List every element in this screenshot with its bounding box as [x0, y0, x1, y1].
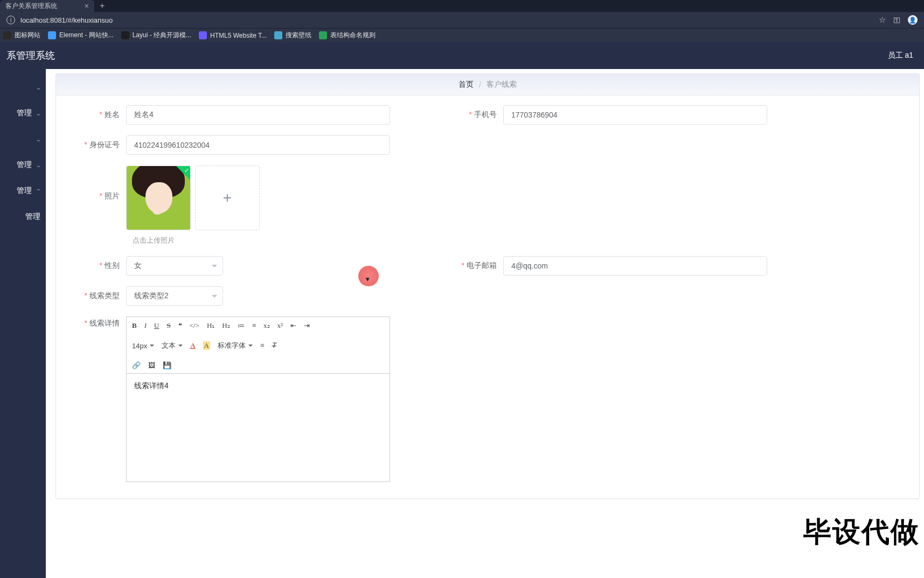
sidebar: ⌄ 管理⌄ ⌄ 管理⌄ 管理⌃ 管理	[0, 69, 46, 578]
sidebar-item[interactable]: 管理	[0, 204, 46, 230]
bg-color-icon[interactable]: A	[203, 341, 210, 350]
chevron-down-icon: ⌄	[36, 111, 41, 116]
underline-icon[interactable]: U	[154, 321, 159, 330]
italic-icon[interactable]: I	[144, 321, 147, 330]
bookmark-item[interactable]: Layui - 经典开源模...	[121, 31, 191, 40]
bookmark-item[interactable]: 表结构命名规则	[319, 31, 376, 40]
user-label[interactable]: 员工 a1	[888, 51, 913, 60]
bookmark-item[interactable]: Element - 网站快...	[48, 31, 114, 40]
indent-left-icon[interactable]: ⇤	[290, 321, 296, 330]
chevron-down-icon: ⌄	[36, 136, 41, 142]
leadtype-label: 线索类型	[67, 291, 126, 301]
breadcrumb-home[interactable]: 首页	[458, 80, 474, 90]
site-info-icon[interactable]: i	[6, 16, 15, 24]
uploaded-photo[interactable]	[126, 166, 191, 230]
sidebar-item[interactable]: 管理⌃	[0, 178, 46, 204]
breadcrumb-current: 客户线索	[487, 80, 517, 90]
app-title: 系管理系统	[6, 49, 55, 62]
browser-tab[interactable]: 客户关系管理系统 ×	[0, 0, 94, 12]
superscript-icon[interactable]: x²	[277, 321, 283, 330]
sidebar-item[interactable]: 管理⌄	[0, 100, 46, 126]
cursor-highlight	[358, 266, 379, 286]
bookmarks-bar: 图标网站 Element - 网站快... Layui - 经典开源模... H…	[0, 28, 924, 42]
sidebar-item[interactable]: ⌄	[0, 74, 46, 100]
ordered-list-icon[interactable]: ≔	[238, 321, 245, 330]
quote-icon[interactable]: ❝	[178, 321, 182, 330]
email-label: 电子邮箱	[444, 261, 503, 271]
name-input[interactable]	[126, 105, 390, 125]
upload-hint: 点击上传照片	[133, 236, 908, 245]
indent-right-icon[interactable]: ⇥	[304, 321, 310, 330]
save-icon[interactable]: 💾	[163, 361, 171, 370]
idcard-label: 身份证号	[67, 140, 126, 150]
bold-icon[interactable]: B	[132, 321, 137, 330]
rich-text-editor: B I U S ❝ </> H₁ H₂ ≔ ≡ x₂ x² ⇤	[126, 316, 390, 482]
bookmark-item[interactable]: 搜索壁纸	[274, 31, 311, 40]
chevron-down-icon: ⌄	[36, 162, 41, 168]
chevron-down-icon: ⌄	[36, 85, 41, 91]
breadcrumb: 首页 / 客户线索	[56, 74, 919, 95]
sidebar-item[interactable]: 管理⌄	[0, 152, 46, 178]
image-icon[interactable]: 🖼	[148, 361, 155, 370]
close-tab-icon[interactable]: ×	[85, 2, 89, 10]
url-input[interactable]: localhost:8081/#/kehuxiansuo	[20, 16, 879, 24]
sidebar-item[interactable]: ⌄	[0, 126, 46, 152]
chevron-up-icon: ⌃	[36, 188, 41, 194]
tab-title: 客户关系管理系统	[5, 2, 57, 11]
link-icon[interactable]: 🔗	[132, 361, 141, 370]
font-size-select[interactable]: 14px	[132, 342, 154, 350]
password-key-icon[interactable]: ⚿	[893, 16, 900, 24]
h1-icon[interactable]: H₁	[207, 321, 214, 330]
block-type-select[interactable]: 文本	[162, 341, 183, 350]
subscript-icon[interactable]: x₂	[263, 321, 270, 330]
gender-select[interactable]: 女	[126, 256, 223, 276]
upload-success-icon	[176, 166, 190, 180]
breadcrumb-separator: /	[479, 80, 481, 89]
leadtype-select[interactable]: 线索类型2	[126, 286, 223, 306]
new-tab-button[interactable]: +	[94, 1, 110, 11]
align-icon[interactable]: ≡	[260, 341, 264, 350]
editor-body[interactable]: 线索详情4	[127, 374, 390, 481]
plus-icon: +	[223, 189, 232, 207]
profile-avatar-icon[interactable]: 👤	[908, 15, 918, 25]
email-input[interactable]	[503, 256, 767, 276]
h2-icon[interactable]: H₂	[222, 321, 230, 330]
photo-label: 照片	[67, 166, 126, 201]
strike-icon[interactable]: S	[166, 321, 170, 330]
clear-format-icon[interactable]: T̶	[272, 341, 276, 350]
bookmark-item[interactable]: HTML5 Website T...	[199, 31, 267, 39]
name-label: 姓名	[67, 110, 126, 120]
upload-add-button[interactable]: +	[195, 166, 260, 230]
bookmark-item[interactable]: 图标网站	[3, 31, 40, 40]
unordered-list-icon[interactable]: ≡	[252, 321, 256, 330]
phone-input[interactable]	[503, 105, 767, 125]
gender-label: 性别	[67, 261, 126, 271]
watermark: 毕设代做	[803, 513, 920, 551]
detail-label: 线索详情	[67, 316, 126, 328]
bookmark-star-icon[interactable]: ☆	[879, 15, 886, 25]
idcard-input[interactable]	[126, 135, 390, 155]
text-color-icon[interactable]: A	[190, 341, 195, 350]
phone-label: 手机号	[444, 110, 503, 120]
font-family-select[interactable]: 标准字体	[218, 341, 253, 350]
code-icon[interactable]: </>	[190, 321, 199, 330]
